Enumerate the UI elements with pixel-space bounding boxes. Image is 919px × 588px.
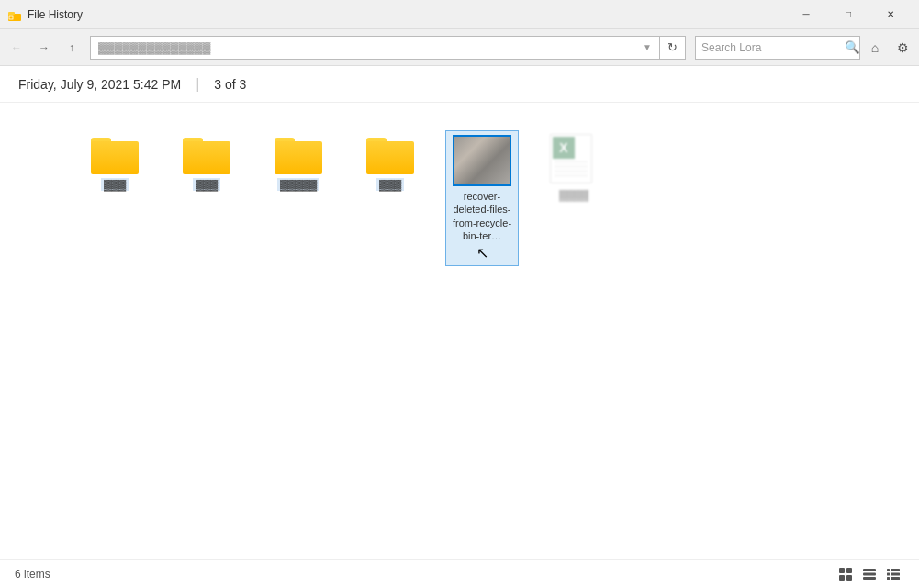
back-button[interactable]: ←	[4, 35, 29, 61]
maximize-button[interactable]: □	[827, 0, 869, 29]
folder-icon	[183, 134, 230, 174]
folder-body	[275, 141, 322, 174]
address-text: ▓▓▓▓▓▓▓▓▓▓▓▓▓▓	[98, 41, 210, 54]
svg-rect-14	[887, 577, 890, 580]
up-button[interactable]: ↑	[59, 35, 84, 61]
close-button[interactable]: ✕	[869, 0, 912, 29]
window-controls: ─ □ ✕	[785, 0, 912, 29]
folder-label: ▓▓▓	[193, 178, 220, 191]
svg-rect-9	[863, 577, 876, 580]
main-container: ▓▓▓ ▓▓▓ ▓▓▓▓▓	[0, 103, 919, 559]
files-row: ▓▓▓ ▓▓▓ ▓▓▓▓▓	[69, 121, 901, 275]
file-label: ▓▓▓▓	[559, 189, 588, 200]
svg-rect-10	[887, 569, 890, 571]
svg-rect-13	[891, 572, 900, 575]
svg-rect-3	[839, 568, 845, 573]
search-box: 🔍	[695, 36, 860, 60]
date-text: Friday, July 9, 2021 5:42 PM	[18, 77, 181, 92]
excel-body: X	[550, 134, 592, 183]
detail-view-button[interactable]	[882, 565, 904, 583]
list-item[interactable]: ▓▓▓	[353, 130, 427, 194]
folder-label: ▓▓▓	[376, 178, 404, 191]
title-bar: File History ─ □ ✕	[0, 0, 919, 29]
settings-button[interactable]: ⚙	[890, 35, 915, 61]
svg-rect-15	[891, 577, 900, 580]
page-info: 3 of 3	[214, 77, 246, 92]
date-bar: Friday, July 9, 2021 5:42 PM | 3 of 3	[0, 66, 919, 103]
address-bar-wrapper: ▓▓▓▓▓▓▓▓▓▓▓▓▓▓ ▼ ↻	[90, 36, 686, 60]
svg-rect-7	[863, 569, 876, 571]
cursor-position: ↖	[476, 244, 488, 261]
sidebar	[0, 103, 50, 559]
home-button[interactable]: ⌂	[862, 35, 888, 61]
view-buttons	[835, 565, 904, 583]
svg-rect-8	[863, 572, 876, 575]
status-bar: 6 items	[0, 559, 919, 588]
svg-rect-4	[846, 568, 852, 573]
search-input[interactable]	[696, 41, 845, 54]
app-icon	[7, 7, 22, 22]
svg-rect-5	[839, 575, 845, 581]
list-item[interactable]: ▓▓▓	[170, 130, 243, 194]
folder-body	[183, 141, 230, 174]
list-view-button[interactable]	[858, 565, 880, 583]
list-item[interactable]: X ▓▓▓▓	[537, 130, 611, 204]
folder-body	[366, 141, 414, 174]
folder-body	[91, 141, 139, 174]
svg-rect-6	[846, 575, 852, 581]
folder-icon	[366, 134, 414, 174]
folder-label: ▓▓▓▓▓	[277, 178, 319, 191]
folder-icon	[275, 134, 322, 174]
window-title: File History	[28, 8, 785, 21]
list-item[interactable]: recover-deleted-files-from-recycle-bin-t…	[445, 130, 519, 266]
excel-badge: X	[553, 137, 575, 159]
folder-label: ▓▓▓	[101, 178, 129, 191]
excel-lines	[555, 161, 588, 179]
excel-icon: X	[550, 134, 598, 185]
file-label: recover-deleted-files-from-recycle-bin-t…	[450, 190, 514, 242]
image-thumbnail	[453, 135, 511, 186]
address-dropdown-icon[interactable]: ▼	[643, 42, 652, 52]
nav-bar: ← → ↑ ▓▓▓▓▓▓▓▓▓▓▓▓▓▓ ▼ ↻ 🔍 ⌂ ⚙	[0, 29, 919, 66]
folder-icon	[91, 134, 139, 174]
date-separator: |	[196, 76, 199, 93]
svg-rect-0	[8, 14, 21, 21]
content-area: ▓▓▓ ▓▓▓ ▓▓▓▓▓	[50, 103, 919, 559]
svg-rect-11	[891, 569, 900, 571]
svg-rect-1	[8, 12, 15, 15]
image-preview	[454, 137, 510, 184]
list-item[interactable]: ▓▓▓	[78, 130, 151, 194]
large-icon-view-button[interactable]	[835, 565, 857, 583]
items-count: 6 items	[15, 568, 50, 581]
svg-rect-12	[887, 572, 890, 575]
refresh-button[interactable]: ↻	[660, 36, 686, 60]
address-bar[interactable]: ▓▓▓▓▓▓▓▓▓▓▓▓▓▓ ▼	[90, 36, 660, 60]
minimize-button[interactable]: ─	[785, 0, 827, 29]
search-button[interactable]: 🔍	[845, 36, 860, 60]
list-item[interactable]: ▓▓▓▓▓	[262, 130, 335, 194]
forward-button[interactable]: →	[31, 35, 57, 61]
